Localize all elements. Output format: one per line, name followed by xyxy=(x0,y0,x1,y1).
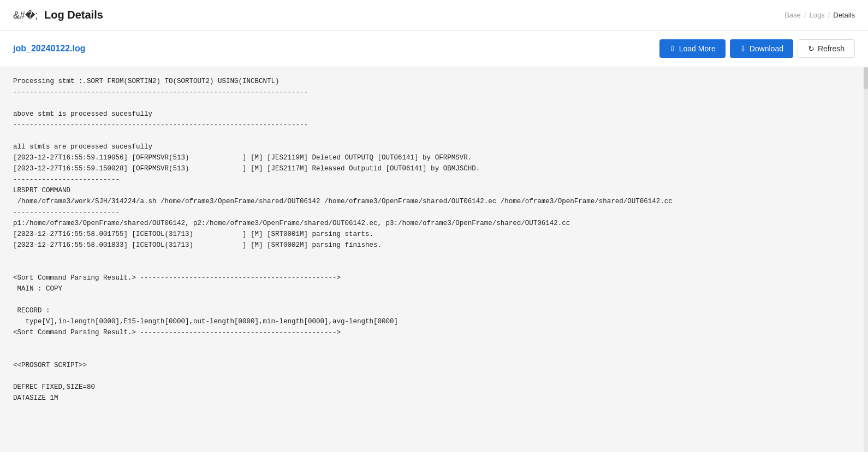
refresh-icon: ↻ xyxy=(808,44,815,53)
breadcrumb-sep-1: / xyxy=(804,11,806,19)
download-icon: ⇩ xyxy=(740,44,746,53)
page-header: &#�; Log Details Base / Logs / Details xyxy=(0,0,868,31)
scrollbar-track[interactable] xyxy=(864,67,868,452)
breadcrumb: Base / Logs / Details xyxy=(784,11,855,19)
breadcrumb-sep-2: / xyxy=(828,11,830,19)
back-button[interactable]: &#�; xyxy=(13,9,38,21)
log-content: Processing stmt :.SORT FROM(SORTIN2) TO(… xyxy=(13,76,855,404)
log-container[interactable]: Processing stmt :.SORT FROM(SORTIN2) TO(… xyxy=(0,67,868,452)
load-more-icon: ⇩ xyxy=(669,44,676,53)
page-title: Log Details xyxy=(44,9,103,21)
refresh-label: Refresh xyxy=(818,44,845,53)
breadcrumb-base: Base xyxy=(784,11,801,19)
load-more-label: Load More xyxy=(679,44,716,53)
breadcrumb-current: Details xyxy=(833,11,855,19)
toolbar-buttons: ⇩ Load More ⇩ Download ↻ Refresh xyxy=(659,39,855,58)
toolbar: job_20240122.log ⇩ Load More ⇩ Download … xyxy=(0,31,868,67)
download-button[interactable]: ⇩ Download xyxy=(730,39,793,58)
refresh-button[interactable]: ↻ Refresh xyxy=(798,39,855,58)
scrollbar-thumb[interactable] xyxy=(864,67,868,89)
breadcrumb-logs: Logs xyxy=(809,11,824,19)
load-more-button[interactable]: ⇩ Load More xyxy=(659,39,726,58)
download-label: Download xyxy=(750,44,783,53)
file-name: job_20240122.log xyxy=(13,44,86,54)
